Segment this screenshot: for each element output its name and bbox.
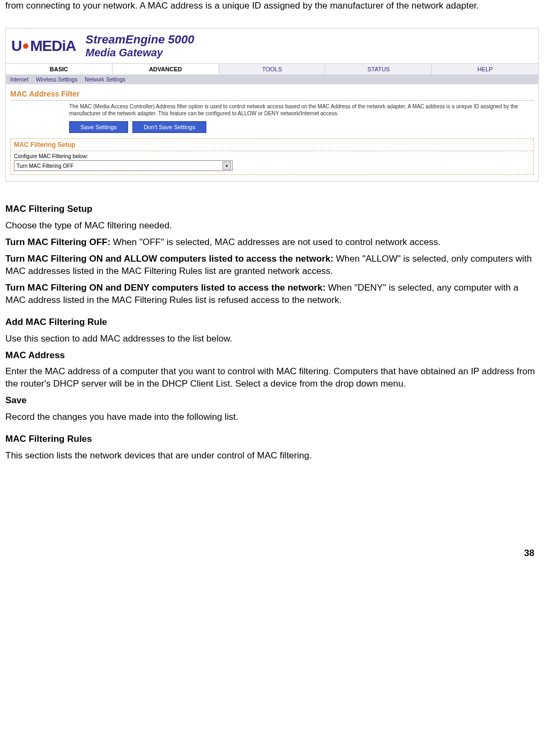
mac-filter-desc: The MAC (Media Access Controller) Addres…	[69, 103, 534, 117]
save-text: Record the changes you have made into th…	[5, 411, 539, 424]
off-text: When "OFF" is selected, MAC addresses ar…	[110, 237, 441, 247]
dont-save-settings-button[interactable]: Don't Save Settings	[132, 121, 206, 133]
tab-tools[interactable]: TOOLS	[219, 64, 326, 75]
heading-mac-filtering-setup: MAC Filtering Setup	[5, 203, 539, 216]
p-off: Turn MAC Filtering OFF: When "OFF" is se…	[5, 236, 539, 249]
mac-filtering-dropdown[interactable]: Turn MAC Filtering OFF ▾	[14, 160, 233, 171]
mac-filter-title: MAC Address Filter	[10, 87, 534, 101]
router-header: U MEDiA StreamEngine 5000 Media Gateway	[6, 28, 538, 64]
router-ui: U MEDiA StreamEngine 5000 Media Gateway …	[5, 28, 539, 182]
setup-label: Configure MAC Filtering below:	[14, 153, 530, 159]
deny-label: Turn MAC Filtering ON and DENY computers…	[5, 283, 325, 293]
heading-rules: MAC Filtering Rules	[5, 433, 539, 446]
p-add-rule: Use this section to add MAC addresses to…	[5, 333, 539, 345]
p-deny: Turn MAC Filtering ON and DENY computers…	[5, 282, 539, 307]
heading-add-rule: Add MAC Filtering Rule	[5, 316, 539, 329]
doc-body: MAC Filtering Setup Choose the type of M…	[5, 203, 539, 462]
product-line2: Media Gateway	[85, 47, 194, 59]
logo-dot-icon	[23, 43, 28, 49]
subtab-wireless[interactable]: Wireless Settings	[36, 77, 77, 83]
p-rules: This section lists the network devices t…	[5, 450, 539, 462]
setup-title: MAC Filtering Setup	[11, 139, 533, 151]
save-settings-button[interactable]: Save Settings	[69, 121, 128, 133]
save-label: Save	[5, 395, 539, 407]
tab-advanced[interactable]: ADVANCED	[113, 64, 219, 75]
tab-basic[interactable]: BASIC	[6, 64, 113, 75]
logo-left: U	[11, 38, 21, 55]
mac-filtering-setup-box: MAC Filtering Setup Configure MAC Filter…	[10, 138, 534, 175]
p-allow: Turn MAC Filtering ON and ALLOW computer…	[5, 253, 539, 278]
sub-tabs: Internet Wireless Settings Network Setti…	[6, 75, 538, 84]
tab-help[interactable]: HELP	[432, 64, 538, 75]
allow-label: Turn MAC Filtering ON and ALLOW computer…	[5, 254, 333, 264]
product-line1: StreamEngine 5000	[85, 33, 194, 47]
page-number: 38	[5, 548, 539, 559]
intro-text: from connecting to your network. A MAC a…	[5, 0, 539, 12]
mac-address-text: Enter the MAC address of a computer that…	[5, 366, 539, 390]
tab-status[interactable]: STATUS	[325, 64, 432, 75]
subtab-internet[interactable]: Internet	[10, 77, 28, 83]
dropdown-value: Turn MAC Filtering OFF	[17, 163, 73, 169]
mac-address-label: MAC Address	[5, 350, 539, 362]
off-label: Turn MAC Filtering OFF:	[5, 237, 110, 247]
p-choose-type: Choose the type of MAC filtering needed.	[5, 220, 539, 232]
chevron-down-icon: ▾	[222, 161, 231, 170]
logo: U MEDiA	[11, 38, 76, 55]
product-name: StreamEngine 5000 Media Gateway	[85, 33, 194, 59]
main-tabs: BASIC ADVANCED TOOLS STATUS HELP	[6, 64, 538, 75]
router-body: MAC Address Filter The MAC (Media Access…	[6, 84, 538, 181]
logo-right: MEDiA	[30, 38, 76, 55]
subtab-network[interactable]: Network Settings	[85, 77, 125, 83]
logo-text: U MEDiA	[11, 38, 76, 55]
